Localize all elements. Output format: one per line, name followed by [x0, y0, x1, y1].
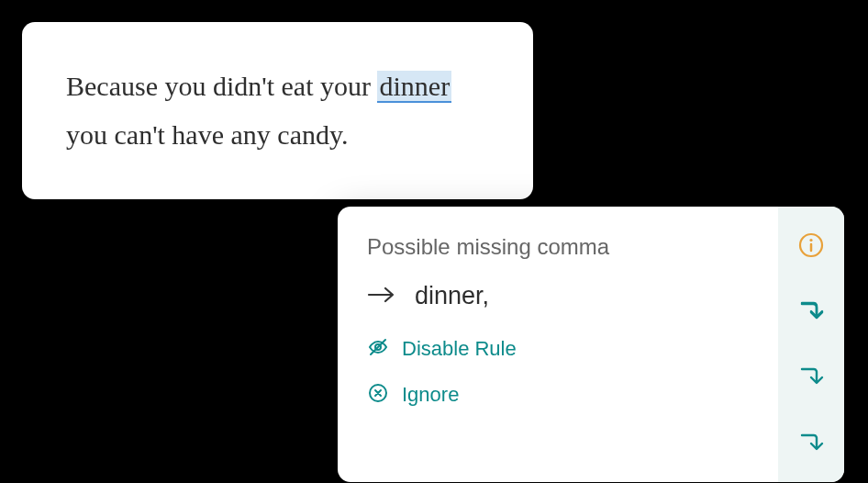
editor-card: Because you didn't eat your dinner you c… — [22, 22, 533, 199]
next-suggestion-1[interactable] — [795, 295, 828, 328]
arrow-down-right-icon — [798, 365, 824, 390]
text-after: you can't have any candy. — [66, 119, 349, 150]
next-suggestion-3[interactable] — [795, 427, 828, 460]
info-icon — [797, 231, 825, 259]
suggestion-sidebar — [778, 207, 844, 482]
suggestion-main: Possible missing comma dinner, Disable R… — [338, 207, 778, 482]
ignore-button[interactable]: Ignore — [367, 382, 749, 408]
disable-rule-label: Disable Rule — [402, 337, 517, 361]
arrow-down-right-icon — [798, 431, 824, 456]
highlighted-word[interactable]: dinner — [377, 71, 451, 103]
disable-rule-button[interactable]: Disable Rule — [367, 336, 749, 362]
replacement-text: dinner, — [415, 282, 489, 310]
next-suggestion-2[interactable] — [795, 361, 828, 394]
text-before: Because you didn't eat your — [66, 71, 377, 101]
svg-point-3 — [809, 239, 812, 242]
apply-suggestion-button[interactable]: dinner, — [367, 282, 749, 310]
arrow-down-right-icon — [798, 298, 824, 324]
arrow-right-icon — [367, 286, 396, 308]
suggestion-popup: Possible missing comma dinner, Disable R… — [338, 207, 844, 482]
eye-off-icon — [367, 336, 389, 362]
editor-text[interactable]: Because you didn't eat your dinner you c… — [66, 62, 489, 159]
close-circle-icon — [367, 382, 389, 408]
suggestion-title: Possible missing comma — [367, 234, 749, 260]
ignore-label: Ignore — [402, 383, 459, 407]
info-button[interactable] — [795, 229, 828, 262]
